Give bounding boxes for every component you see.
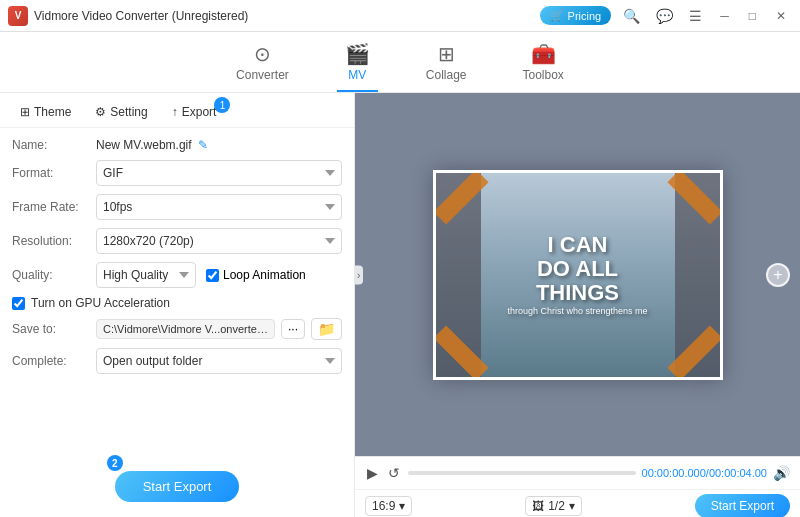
cart-icon: 🛒: [550, 9, 564, 22]
resolution-row: Resolution: 1280x720 (720p) 1920x1080 (1…: [12, 228, 342, 254]
refresh-button[interactable]: ↺: [386, 463, 402, 483]
chevron-down-icon: ▾: [399, 499, 405, 513]
pricing-button[interactable]: 🛒 Pricing: [540, 6, 612, 25]
framerate-select[interactable]: 10fps 24fps 30fps: [96, 194, 342, 220]
app-icon: V: [8, 6, 28, 26]
resolution-select[interactable]: 1280x720 (720p) 1920x1080 (1080p): [96, 228, 342, 254]
frame-select[interactable]: 🖼 1/2 ▾: [525, 496, 582, 516]
player-bottom: 16:9 ▾ 🖼 1/2 ▾ Start Export: [355, 489, 800, 517]
chevron-down-icon2: ▾: [569, 499, 575, 513]
save-folder-button[interactable]: 📁: [311, 318, 342, 340]
name-row: Name: New MV.webm.gif ✎: [12, 138, 342, 152]
app-title: Vidmore Video Converter (Unregistered): [34, 9, 248, 23]
save-label: Save to:: [12, 322, 90, 336]
collage-icon: ⊞: [438, 42, 455, 66]
quality-label: Quality:: [12, 268, 90, 282]
preview-area: › I CAN DO ALL THINGS through Christ who…: [355, 93, 800, 456]
search-icon[interactable]: 🔍: [619, 6, 644, 26]
quality-select[interactable]: High Quality Standard: [96, 262, 196, 288]
right-panel: › I CAN DO ALL THINGS through Christ who…: [355, 93, 800, 517]
save-dots-button[interactable]: ···: [281, 319, 305, 339]
start-export-badge-wrap: 2 Start Export: [115, 463, 240, 510]
complete-select[interactable]: Open output folder Do nothing: [96, 348, 342, 374]
gpu-row: Turn on GPU Acceleration: [12, 296, 342, 310]
nav-tabs: ⊙ Converter 🎬 MV ⊞ Collage 🧰 Toolbox: [0, 32, 800, 93]
format-row: Format: GIF MP4 WEBM: [12, 160, 342, 186]
aspect-ratio-select[interactable]: 16:9 ▾: [365, 496, 412, 516]
start-export-right-button[interactable]: Start Export: [695, 494, 790, 517]
resolution-label: Resolution:: [12, 234, 90, 248]
export-icon: ↑: [172, 105, 178, 119]
tab-converter[interactable]: ⊙ Converter: [228, 38, 297, 92]
export-button-wrap: 2 Start Export: [0, 463, 354, 517]
sub-tabs: ⊞ Theme ⚙ Setting ↑ Export 1: [0, 93, 354, 128]
subtab-theme[interactable]: ⊞ Theme: [10, 101, 81, 123]
mv-icon: 🎬: [345, 42, 370, 66]
complete-row: Complete: Open output folder Do nothing: [12, 348, 342, 374]
maximize-button[interactable]: □: [743, 7, 762, 25]
tab-toolbox[interactable]: 🧰 Toolbox: [515, 38, 572, 92]
save-row: Save to: C:\Vidmore\Vidmore V...onverter…: [12, 318, 342, 340]
titlebar-left: V Vidmore Video Converter (Unregistered): [8, 6, 248, 26]
titlebar-right: 🛒 Pricing 🔍 💬 ☰ ─ □ ✕: [540, 6, 792, 26]
format-select[interactable]: GIF MP4 WEBM: [96, 160, 342, 186]
main-layout: ⊞ Theme ⚙ Setting ↑ Export 1 Name: New M…: [0, 93, 800, 517]
tab-mv[interactable]: 🎬 MV: [337, 38, 378, 92]
loop-checkbox-label: Loop Animation: [206, 268, 306, 282]
preview-frame: I CAN DO ALL THINGS through Christ who s…: [433, 170, 723, 380]
player-controls: ▶ ↺ 00:00:00.000/00:00:04.00 🔊: [355, 456, 800, 489]
volume-icon[interactable]: 🔊: [773, 465, 790, 481]
subtab-export-wrap: ↑ Export 1: [162, 101, 227, 123]
titlebar: V Vidmore Video Converter (Unregistered)…: [0, 0, 800, 32]
quality-row: Quality: High Quality Standard Loop Anim…: [12, 262, 342, 288]
loop-checkbox[interactable]: [206, 269, 219, 282]
complete-label: Complete:: [12, 354, 90, 368]
gpu-checkbox[interactable]: [12, 297, 25, 310]
converter-icon: ⊙: [254, 42, 271, 66]
menu-icon[interactable]: ☰: [685, 6, 706, 26]
preview-text-overlay: I CAN DO ALL THINGS through Christ who s…: [507, 232, 647, 316]
expand-icon[interactable]: ›: [355, 265, 363, 284]
left-panel: ⊞ Theme ⚙ Setting ↑ Export 1 Name: New M…: [0, 93, 355, 517]
step-badge: 2: [107, 455, 123, 471]
export-badge: 1: [214, 97, 230, 113]
minimize-button[interactable]: ─: [714, 7, 735, 25]
image-icon: 🖼: [532, 499, 544, 513]
name-label: Name:: [12, 138, 90, 152]
format-label: Format:: [12, 166, 90, 180]
save-path: C:\Vidmore\Vidmore V...onverter\MV Expor…: [96, 319, 275, 339]
preview-add-button[interactable]: +: [766, 263, 790, 287]
play-button[interactable]: ▶: [365, 463, 380, 483]
toolbox-icon: 🧰: [531, 42, 556, 66]
time-display: 00:00:00.000/00:00:04.00: [642, 467, 767, 479]
preview-line1: I CAN: [507, 232, 647, 256]
message-icon[interactable]: 💬: [652, 6, 677, 26]
loop-label: Loop Animation: [223, 268, 306, 282]
tab-collage[interactable]: ⊞ Collage: [418, 38, 475, 92]
setting-icon: ⚙: [95, 105, 106, 119]
gpu-label: Turn on GPU Acceleration: [31, 296, 170, 310]
preview-image: I CAN DO ALL THINGS through Christ who s…: [436, 173, 720, 377]
close-button[interactable]: ✕: [770, 7, 792, 25]
start-export-button[interactable]: Start Export: [115, 471, 240, 502]
edit-name-icon[interactable]: ✎: [198, 138, 208, 152]
preview-line3: THINGS: [507, 281, 647, 305]
preview-sub-text: through Christ who strengthens me: [507, 307, 647, 317]
framerate-row: Frame Rate: 10fps 24fps 30fps: [12, 194, 342, 220]
framerate-label: Frame Rate:: [12, 200, 90, 214]
name-value: New MV.webm.gif: [96, 138, 192, 152]
progress-bar[interactable]: [408, 471, 636, 475]
form-area: Name: New MV.webm.gif ✎ Format: GIF MP4 …: [0, 128, 354, 463]
theme-icon: ⊞: [20, 105, 30, 119]
preview-line2: DO ALL: [507, 256, 647, 280]
subtab-setting[interactable]: ⚙ Setting: [85, 101, 157, 123]
